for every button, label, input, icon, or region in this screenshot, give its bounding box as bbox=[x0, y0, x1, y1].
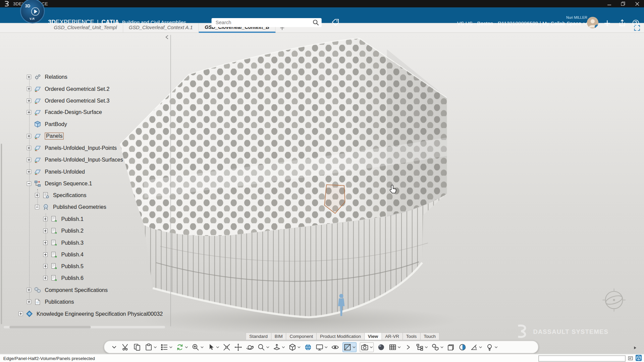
knowledge-icon bbox=[26, 310, 33, 317]
more-icon[interactable] bbox=[404, 343, 412, 351]
tree-item-specifications[interactable]: Specifications bbox=[0, 189, 170, 201]
pointer-mode-icon[interactable] bbox=[207, 343, 219, 351]
dropdown-caret-icon[interactable] bbox=[154, 345, 157, 349]
toolbar-overflow-icon[interactable] bbox=[634, 344, 637, 351]
tree-item-partbody[interactable]: PartBody bbox=[0, 118, 170, 130]
tree-tools-icon[interactable] bbox=[416, 343, 428, 351]
dropdown-caret-icon[interactable] bbox=[185, 345, 188, 349]
dropdown-caret-icon[interactable] bbox=[353, 345, 356, 349]
tree-item-knowledge-engineering-specification-physical00032[interactable]: Knowledge Engineering Specification Phys… bbox=[0, 308, 170, 319]
restore-button[interactable] bbox=[616, 0, 630, 7]
close-button[interactable] bbox=[630, 0, 644, 7]
tree-item-panels[interactable]: Panels bbox=[0, 130, 170, 142]
cut-icon[interactable] bbox=[121, 343, 129, 351]
dropdown-caret-icon[interactable] bbox=[216, 345, 219, 349]
measure-icon[interactable] bbox=[470, 343, 482, 351]
hscroll-thumb[interactable] bbox=[9, 326, 91, 328]
ribbon-tab-tools[interactable]: Tools bbox=[403, 333, 420, 340]
hide-show-icon[interactable] bbox=[331, 343, 339, 351]
tree-item-published-geometries[interactable]: Published Geometries bbox=[0, 201, 170, 213]
ribbon-tab-standard[interactable]: Standard bbox=[246, 333, 271, 340]
tree-item-panels-unfolded[interactable]: Panels-Unfolded bbox=[0, 166, 170, 177]
view-manipulation-gizmo[interactable] bbox=[600, 287, 628, 315]
light-icon[interactable] bbox=[485, 343, 498, 351]
capture-icon[interactable] bbox=[360, 342, 374, 352]
section-icon[interactable] bbox=[342, 342, 357, 352]
help-icon[interactable] bbox=[631, 18, 641, 28]
screen-layout-icon[interactable] bbox=[315, 343, 328, 351]
dropdown-caret-icon[interactable] bbox=[201, 345, 204, 349]
tree-item-facade-design-surface[interactable]: Facade-Design-Surface bbox=[0, 107, 170, 118]
update-icon[interactable] bbox=[176, 343, 188, 351]
collab-space-selector[interactable]: VS US - Boston - R1132100006599 | My Col… bbox=[457, 20, 587, 26]
ribbon-tab-bim[interactable]: BIM bbox=[271, 333, 286, 340]
pan-icon[interactable] bbox=[234, 343, 242, 351]
tree-item-publish-5[interactable]: Publish.5 bbox=[0, 260, 170, 272]
assembly-icon[interactable] bbox=[431, 343, 444, 351]
ribbon-tab-component[interactable]: Component bbox=[286, 333, 317, 340]
tree-horizontal-scrollbar[interactable] bbox=[3, 325, 166, 329]
search-icon[interactable] bbox=[312, 19, 320, 28]
tree-item-component-specifications[interactable]: Component Specifications bbox=[0, 284, 170, 296]
ribbon-tab-product-modification[interactable]: Product Modification bbox=[317, 333, 365, 340]
viewport-3d[interactable]: DASSAULT SYSTEMES RelationsOrdered Geome… bbox=[0, 33, 644, 354]
grid-icon[interactable] bbox=[388, 343, 401, 351]
toolbar-collapse-icon[interactable] bbox=[110, 343, 118, 351]
dropdown-caret-icon[interactable] bbox=[324, 345, 328, 349]
tree-item-publish-4[interactable]: Publish.4 bbox=[0, 249, 170, 260]
collab-widget-icon[interactable] bbox=[635, 354, 642, 362]
dropdown-caret-icon[interactable] bbox=[479, 345, 482, 349]
zoom-icon[interactable] bbox=[257, 343, 270, 351]
tree-item-design-sequence-1[interactable]: Design Sequence.1 bbox=[0, 178, 170, 189]
ribbon-tab-view[interactable]: View bbox=[365, 333, 382, 340]
dropdown-caret-icon[interactable] bbox=[169, 345, 172, 349]
iso-view-icon[interactable] bbox=[288, 343, 301, 351]
power-input-field[interactable] bbox=[538, 355, 626, 361]
tag-icon[interactable] bbox=[331, 18, 340, 29]
user-avatar[interactable] bbox=[587, 17, 598, 28]
fit-all-icon[interactable] bbox=[223, 343, 231, 351]
compass-logo[interactable]: 3D V.R bbox=[20, 0, 45, 23]
dropdown-caret-icon[interactable] bbox=[370, 345, 373, 349]
copy-icon[interactable] bbox=[133, 343, 141, 351]
dropdown-caret-icon[interactable] bbox=[282, 345, 285, 349]
ambience-icon[interactable] bbox=[377, 343, 385, 351]
tree-panel-divider[interactable] bbox=[170, 35, 171, 326]
normal-view-icon[interactable] bbox=[273, 343, 285, 351]
dropdown-caret-icon[interactable] bbox=[298, 345, 301, 349]
vscroll-thumb[interactable] bbox=[1, 144, 2, 324]
minimize-button[interactable] bbox=[602, 0, 616, 7]
rotate-icon[interactable] bbox=[246, 343, 254, 351]
collapse-tree-icon[interactable] bbox=[164, 34, 170, 40]
ribbon-tab-touch[interactable]: Touch bbox=[420, 333, 439, 340]
tree-item-ordered-geometrical-set-2[interactable]: Ordered Geometrical Set.2 bbox=[0, 83, 170, 95]
tree-item-relations[interactable]: Relations bbox=[0, 71, 170, 83]
render-globe-icon[interactable] bbox=[304, 343, 312, 351]
tree-item-publications[interactable]: Publications bbox=[0, 296, 170, 308]
sheets-icon[interactable] bbox=[447, 343, 455, 351]
dropdown-caret-icon[interactable] bbox=[266, 345, 269, 349]
tree-item-publish-1[interactable]: Publish.1 bbox=[0, 213, 170, 225]
tree-item-panels-unfolded-input-surfaces[interactable]: Panels-Unfolded_Input-Surfaces bbox=[0, 154, 170, 166]
tree-guide-line bbox=[45, 214, 46, 278]
share-icon[interactable] bbox=[617, 18, 627, 28]
add-icon[interactable] bbox=[602, 18, 612, 28]
zoom-area-icon[interactable] bbox=[192, 343, 204, 351]
expand-plus-icon[interactable] bbox=[18, 311, 23, 316]
dropdown-caret-icon[interactable] bbox=[397, 345, 401, 349]
tree-item-ordered-geometrical-set-3[interactable]: Ordered Geometrical Set.3 bbox=[0, 95, 170, 106]
tree-item-publish-6[interactable]: Publish.6 bbox=[0, 272, 170, 284]
statusbar-expand-icon[interactable] bbox=[628, 355, 633, 362]
tree-vertical-scrollbar[interactable] bbox=[0, 35, 3, 328]
tree-list-icon[interactable] bbox=[160, 343, 173, 351]
material-icon[interactable] bbox=[459, 343, 467, 351]
dropdown-caret-icon[interactable] bbox=[425, 345, 428, 349]
paste-icon[interactable] bbox=[145, 343, 157, 351]
tree-item-publish-3[interactable]: Publish.3 bbox=[0, 237, 170, 248]
tree-item-panels-unfolded-input-points[interactable]: Panels-Unfolded_Input-Points bbox=[0, 142, 170, 154]
ribbon-tab-ar-vr[interactable]: AR-VR bbox=[382, 333, 403, 340]
dropdown-caret-icon[interactable] bbox=[440, 345, 444, 349]
search-input[interactable] bbox=[212, 18, 322, 27]
dropdown-caret-icon[interactable] bbox=[494, 345, 498, 349]
tree-item-publish-2[interactable]: Publish.2 bbox=[0, 225, 170, 237]
